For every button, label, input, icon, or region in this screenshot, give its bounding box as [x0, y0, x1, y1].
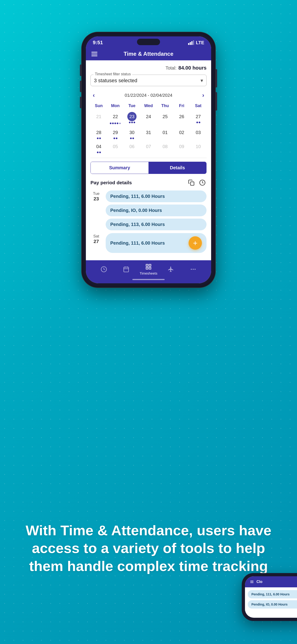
filter-row: 3 statuses selected ▾: [94, 78, 203, 84]
cal-day-27[interactable]: 27: [190, 111, 206, 126]
calendar-section: ‹ 01/22/2024 - 02/04/2024 › Sun Mon Tue …: [90, 91, 206, 154]
tab-summary[interactable]: Summary: [91, 162, 148, 174]
cal-header-sat: Sat: [190, 102, 206, 109]
cal-day-25[interactable]: 25: [157, 111, 173, 126]
phone-peek: Clo Pending, 111, 6.00 Hours Pending, IO…: [242, 573, 297, 621]
cal-day-26[interactable]: 26: [173, 111, 190, 126]
cal-day-01[interactable]: 01: [157, 127, 173, 140]
clock-icon: [100, 266, 108, 273]
cal-day-06[interactable]: 06: [124, 141, 140, 154]
menu-button[interactable]: [92, 52, 98, 56]
signal-icon: [188, 40, 194, 45]
cal-day-03[interactable]: 03: [190, 127, 206, 140]
cal-day-09[interactable]: 09: [173, 141, 190, 154]
filter-value: 3 statuses selected: [94, 78, 137, 84]
detail-chip-113[interactable]: Pending, 113, 6.00 Hours: [106, 218, 206, 230]
day-label-tue-23: Tue 23: [90, 190, 102, 202]
copy-icon[interactable]: [187, 178, 196, 187]
peek-chip-2: Pending, IO, 0.00 Hours: [248, 600, 297, 608]
calendar-divider: [90, 158, 206, 158]
home-indicator: [86, 277, 211, 283]
cal-day-28[interactable]: 28: [90, 127, 107, 140]
svg-rect-0: [191, 182, 194, 186]
phone-device: 9:51 LTE Time & Attendance: [82, 32, 215, 288]
status-time: 9:51: [93, 40, 103, 46]
status-bar: 9:51 LTE: [86, 36, 211, 48]
lte-label: LTE: [196, 40, 204, 45]
svg-rect-7: [146, 264, 148, 266]
app-title: Time & Attendance: [101, 51, 196, 57]
dropdown-arrow-icon[interactable]: ▾: [200, 78, 203, 84]
cal-day-04[interactable]: 04: [90, 141, 107, 154]
detail-chip-io[interactable]: Pending, IO, 0.00 Hours: [106, 204, 206, 216]
status-right: LTE: [188, 40, 204, 45]
day-label-sat-27: Sat 27: [90, 233, 102, 244]
cal-day-02[interactable]: 02: [173, 127, 190, 140]
pay-period-header: Pay period details: [90, 178, 206, 187]
detail-items-tue-23: Pending, 111, 6.00 Hours Pending, IO, 0.…: [106, 190, 206, 230]
total-bar: Total: 84.00 hours: [90, 65, 206, 71]
calendar-icon: [122, 266, 130, 273]
cal-day-31[interactable]: 31: [140, 127, 157, 140]
svg-point-13: [194, 268, 196, 270]
detail-chip-111[interactable]: Pending, 111, 6.00 Hours: [106, 190, 206, 202]
svg-rect-8: [149, 264, 151, 266]
timesheets-icon: [145, 263, 152, 270]
nav-item-clock[interactable]: [93, 266, 115, 273]
bottom-tagline: With Time & Attendance, users have acces…: [14, 522, 283, 575]
nav-item-more[interactable]: [182, 266, 204, 273]
total-value: 84.00 hours: [178, 65, 206, 71]
nav-item-calendar[interactable]: [115, 266, 138, 273]
calendar-grid: Sun Mon Tue Wed Thu Fri Sat 21: [90, 102, 206, 154]
calendar-week-2: 28 29: [90, 127, 206, 140]
svg-rect-9: [146, 267, 148, 269]
detail-items-sat-27: Pending, 111, 6.00 Hours +: [106, 233, 206, 253]
svg-point-11: [191, 268, 192, 270]
cal-day-23[interactable]: 23: [124, 111, 140, 126]
cal-day-05[interactable]: 05: [107, 141, 124, 154]
app-header: Time & Attendance: [86, 48, 211, 60]
cal-header-mon: Mon: [107, 102, 124, 109]
history-icon[interactable]: [198, 178, 206, 187]
bottom-nav: Timesheets: [86, 260, 211, 277]
timesheets-nav-label: Timesheets: [140, 271, 158, 275]
cal-header-fri: Fri: [173, 102, 190, 109]
cal-day-29[interactable]: 29: [107, 127, 124, 140]
cal-day-24[interactable]: 24: [140, 111, 157, 126]
cal-day-22[interactable]: 22 +: [107, 111, 124, 126]
cal-header-wed: Wed: [140, 102, 157, 109]
detail-group-tue-23: Tue 23 Pending, 111, 6.00 Hours Pending,…: [90, 190, 206, 230]
tab-bar: Summary Details: [90, 162, 206, 174]
bottom-text-section: With Time & Attendance, users have acces…: [0, 522, 297, 575]
nav-item-plane[interactable]: [160, 266, 182, 273]
header-icons: [187, 178, 206, 187]
cal-day-08[interactable]: 08: [157, 141, 173, 154]
detail-group-sat-27: Sat 27 Pending, 111, 6.00 Hours +: [90, 233, 206, 253]
cal-header-sun: Sun: [90, 102, 107, 109]
app-content: Total: 84.00 hours Timesheet filter stat…: [86, 60, 211, 260]
phone-outer-shell: 9:51 LTE Time & Attendance: [82, 32, 215, 288]
pay-period-title: Pay period details: [90, 180, 132, 186]
svg-rect-10: [149, 267, 151, 269]
more-icon: [190, 266, 197, 273]
cal-day-21[interactable]: 21: [90, 111, 107, 126]
add-entry-button[interactable]: +: [188, 236, 202, 250]
cal-day-07[interactable]: 07: [140, 141, 157, 154]
prev-month-button[interactable]: ‹: [90, 91, 97, 100]
detail-chip-sat-111[interactable]: Pending, 111, 6.00 Hours +: [106, 233, 206, 253]
calendar-header-row: Sun Mon Tue Wed Thu Fri Sat: [90, 102, 206, 109]
peek-chip-1: Pending, 111, 6.00 Hours: [248, 590, 297, 598]
svg-rect-3: [124, 267, 129, 272]
cal-day-30[interactable]: 30: [124, 127, 140, 140]
filter-dropdown-container[interactable]: Timesheet filter status 3 statuses selec…: [90, 75, 206, 86]
plane-icon: [167, 266, 174, 273]
next-month-button[interactable]: ›: [200, 91, 206, 100]
cal-header-thu: Thu: [157, 102, 173, 109]
home-bar: [132, 279, 164, 280]
calendar-nav: ‹ 01/22/2024 - 02/04/2024 ›: [90, 91, 206, 100]
nav-item-timesheets[interactable]: Timesheets: [138, 263, 160, 275]
tab-details[interactable]: Details: [148, 162, 206, 174]
calendar-week-1: 21 22 + 23: [90, 111, 206, 126]
cal-day-10[interactable]: 10: [190, 141, 206, 154]
total-label: Total:: [166, 66, 176, 71]
